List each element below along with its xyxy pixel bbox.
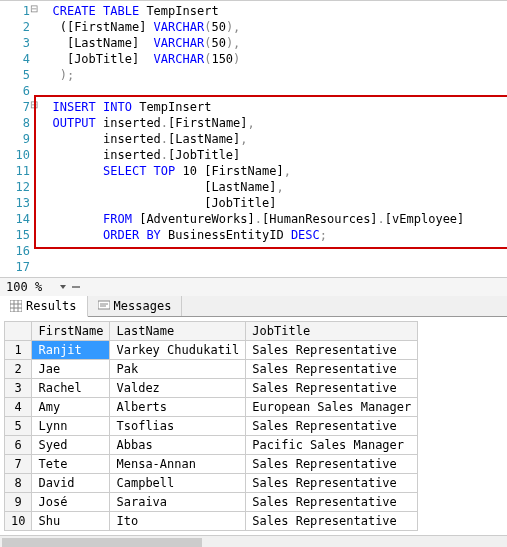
- grid-cell[interactable]: Sales Representative: [246, 493, 418, 512]
- tab-results-label: Results: [26, 299, 77, 313]
- code-line[interactable]: FROM [AdventureWorks].[HumanResources].[…: [38, 211, 507, 227]
- code-line[interactable]: inserted.[JobTitle]: [38, 147, 507, 163]
- collapse-marker-icon[interactable]: ⊟: [30, 99, 38, 110]
- row-number[interactable]: 4: [5, 398, 32, 417]
- code-line[interactable]: ([FirstName] VARCHAR(50),: [38, 19, 507, 35]
- column-header[interactable]: JobTitle: [246, 322, 418, 341]
- line-number: 8: [4, 115, 30, 131]
- grid-cell[interactable]: Tsoflias: [110, 417, 246, 436]
- table-row[interactable]: 3RachelValdezSales Representative: [5, 379, 418, 398]
- line-number: 10: [4, 147, 30, 163]
- grid-cell[interactable]: Pacific Sales Manager: [246, 436, 418, 455]
- results-grid[interactable]: FirstNameLastNameJobTitle 1RanjitVarkey …: [4, 321, 418, 531]
- grid-cell[interactable]: Sales Representative: [246, 360, 418, 379]
- line-number: 12: [4, 179, 30, 195]
- table-row[interactable]: 4AmyAlbertsEuropean Sales Manager: [5, 398, 418, 417]
- code-line[interactable]: );: [38, 67, 507, 83]
- table-row[interactable]: 5LynnTsofliasSales Representative: [5, 417, 418, 436]
- table-row[interactable]: 9JoséSaraivaSales Representative: [5, 493, 418, 512]
- messages-icon: [98, 300, 110, 312]
- code-line[interactable]: [LastName] VARCHAR(50),: [38, 35, 507, 51]
- code-line[interactable]: [38, 83, 507, 99]
- row-number[interactable]: 5: [5, 417, 32, 436]
- code-area[interactable]: ⊟ ⊟ CREATE TABLE TempInsert ([FirstName]…: [38, 1, 507, 277]
- table-row[interactable]: 7TeteMensa-AnnanSales Representative: [5, 455, 418, 474]
- grid-cell[interactable]: Sales Representative: [246, 341, 418, 360]
- results-grid-icon: [10, 300, 22, 312]
- scrollbar-thumb[interactable]: [2, 538, 202, 548]
- grid-cell[interactable]: David: [32, 474, 110, 493]
- grid-cell[interactable]: Sales Representative: [246, 474, 418, 493]
- dash-icon: [72, 286, 80, 288]
- grid-cell[interactable]: Rachel: [32, 379, 110, 398]
- grid-cell[interactable]: José: [32, 493, 110, 512]
- corner-cell: [5, 322, 32, 341]
- collapse-marker-icon[interactable]: ⊟: [30, 3, 38, 14]
- code-line[interactable]: SELECT TOP 10 [FirstName],: [38, 163, 507, 179]
- horizontal-scrollbar[interactable]: [0, 535, 507, 547]
- code-line[interactable]: inserted.[LastName],: [38, 131, 507, 147]
- code-line[interactable]: INSERT INTO TempInsert: [38, 99, 507, 115]
- grid-cell[interactable]: Campbell: [110, 474, 246, 493]
- grid-cell[interactable]: Mensa-Annan: [110, 455, 246, 474]
- grid-cell[interactable]: Pak: [110, 360, 246, 379]
- code-line[interactable]: [38, 243, 507, 259]
- line-number: 3: [4, 35, 30, 51]
- sql-editor[interactable]: 1234567891011121314151617 ⊟ ⊟ CREATE TAB…: [0, 0, 507, 277]
- grid-cell[interactable]: Abbas: [110, 436, 246, 455]
- grid-cell[interactable]: Shu: [32, 512, 110, 531]
- row-number[interactable]: 8: [5, 474, 32, 493]
- grid-cell[interactable]: Sales Representative: [246, 417, 418, 436]
- grid-cell[interactable]: Ito: [110, 512, 246, 531]
- line-number: 13: [4, 195, 30, 211]
- line-number: 4: [4, 51, 30, 67]
- table-row[interactable]: 2JaePakSales Representative: [5, 360, 418, 379]
- grid-cell[interactable]: Sales Representative: [246, 379, 418, 398]
- code-line[interactable]: [38, 259, 507, 275]
- zoom-bar: 100 %: [0, 277, 507, 296]
- table-row[interactable]: 8DavidCampbellSales Representative: [5, 474, 418, 493]
- row-number[interactable]: 1: [5, 341, 32, 360]
- column-header[interactable]: LastName: [110, 322, 246, 341]
- grid-cell[interactable]: Tete: [32, 455, 110, 474]
- grid-cell[interactable]: Ranjit: [32, 341, 110, 360]
- line-number: 1: [4, 3, 30, 19]
- row-number[interactable]: 3: [5, 379, 32, 398]
- grid-cell[interactable]: European Sales Manager: [246, 398, 418, 417]
- grid-cell[interactable]: Varkey Chudukatil: [110, 341, 246, 360]
- grid-cell[interactable]: Jae: [32, 360, 110, 379]
- code-line[interactable]: ORDER BY BusinessEntityID DESC;: [38, 227, 507, 243]
- grid-cell[interactable]: Sales Representative: [246, 455, 418, 474]
- row-number[interactable]: 9: [5, 493, 32, 512]
- grid-cell[interactable]: Alberts: [110, 398, 246, 417]
- zoom-value[interactable]: 100 %: [6, 280, 56, 294]
- code-line[interactable]: OUTPUT inserted.[FirstName],: [38, 115, 507, 131]
- svg-rect-5: [98, 301, 110, 309]
- grid-cell[interactable]: Amy: [32, 398, 110, 417]
- grid-cell[interactable]: Valdez: [110, 379, 246, 398]
- row-number[interactable]: 2: [5, 360, 32, 379]
- line-number: 15: [4, 227, 30, 243]
- table-row[interactable]: 1RanjitVarkey ChudukatilSales Representa…: [5, 341, 418, 360]
- code-line[interactable]: CREATE TABLE TempInsert: [38, 3, 507, 19]
- grid-cell[interactable]: Syed: [32, 436, 110, 455]
- line-number: 2: [4, 19, 30, 35]
- column-header[interactable]: FirstName: [32, 322, 110, 341]
- row-number[interactable]: 7: [5, 455, 32, 474]
- grid-cell[interactable]: Sales Representative: [246, 512, 418, 531]
- table-row[interactable]: 10ShuItoSales Representative: [5, 512, 418, 531]
- table-row[interactable]: 6SyedAbbasPacific Sales Manager: [5, 436, 418, 455]
- tab-results[interactable]: Results: [0, 296, 88, 317]
- code-line[interactable]: [JobTitle]: [38, 195, 507, 211]
- line-number: 9: [4, 131, 30, 147]
- row-number[interactable]: 10: [5, 512, 32, 531]
- grid-cell[interactable]: Saraiva: [110, 493, 246, 512]
- row-number[interactable]: 6: [5, 436, 32, 455]
- line-number: 16: [4, 243, 30, 259]
- grid-cell[interactable]: Lynn: [32, 417, 110, 436]
- code-line[interactable]: [JobTitle] VARCHAR(150): [38, 51, 507, 67]
- chevron-down-icon[interactable]: [60, 285, 66, 289]
- code-line[interactable]: [LastName],: [38, 179, 507, 195]
- line-number: 6: [4, 83, 30, 99]
- tab-messages[interactable]: Messages: [88, 296, 183, 316]
